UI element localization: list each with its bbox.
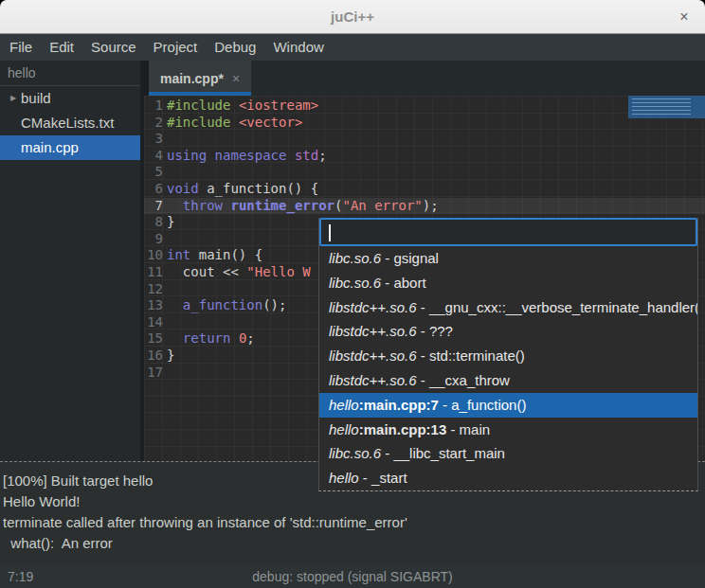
code-line-text: [163, 164, 167, 181]
tab-main-cpp[interactable]: main.cpp* ×: [149, 61, 251, 96]
code-line-text: [163, 365, 167, 382]
backtrace-item[interactable]: libc.so.6 - gsignal: [319, 246, 697, 271]
code-line: 1#include <iostream>: [144, 98, 705, 115]
code-line: 7 throw runtime_error("An error");: [144, 198, 705, 215]
backtrace-library: libstdc++.so.6: [329, 372, 417, 388]
project-header: hello: [0, 61, 140, 86]
sidebar-directory-tree: hello ▶buildCMakeLists.txtmain.cpp: [0, 61, 140, 461]
code-line-text: #include <iostream>: [163, 98, 318, 115]
gutter-line-number: 9: [144, 231, 163, 248]
gutter-line-number: 16: [144, 347, 163, 365]
gutter-line-number: 10: [144, 247, 163, 264]
tree-item-label: CMakeLists.txt: [21, 111, 114, 135]
code-line-text: [163, 314, 167, 331]
backtrace-separator: -: [417, 372, 429, 388]
gutter-line-number: 4: [144, 148, 163, 165]
code-token: ;: [246, 330, 254, 346]
code-line-text: int main() {: [163, 247, 262, 264]
backtrace-library: libc.so.6: [329, 250, 381, 266]
tab-close-icon[interactable]: ×: [232, 71, 240, 86]
code-token: namespace: [215, 148, 287, 163]
code-line-text: a_function();: [163, 297, 286, 314]
backtrace-separator: -: [439, 397, 451, 413]
debug-tooltip-text-lines: [632, 98, 691, 116]
menu-item-source[interactable]: Source: [82, 34, 145, 61]
backtrace-separator: -: [381, 445, 393, 461]
gutter-line-number: 5: [144, 164, 163, 181]
code-token: [167, 330, 183, 346]
backtrace-item[interactable]: hello:main.cpp:13 - main: [319, 418, 697, 442]
menubar: FileEditSourceProjectDebugWindow: [0, 34, 705, 61]
code-token: a_function() {: [199, 181, 318, 196]
code-line-text: void a_function() {: [163, 181, 318, 198]
code-token: }: [167, 214, 174, 229]
backtrace-symbol: __cxa_throw: [429, 372, 510, 388]
backtrace-separator: -: [381, 275, 393, 291]
code-line: 2#include <vector>: [144, 115, 705, 132]
code-token: return: [183, 330, 231, 346]
code-line-text: throw runtime_error("An error");: [163, 198, 439, 215]
backtrace-symbol: __gnu_cxx::__verbose_terminate_handler(): [429, 299, 697, 315]
code-token: [167, 198, 183, 213]
code-token: std: [295, 148, 318, 163]
backtrace-item[interactable]: hello:main.cpp:7 - a_function(): [319, 393, 697, 418]
titlebar[interactable]: juCi++ ×: [0, 0, 705, 34]
backtrace-item[interactable]: libc.so.6 - __libc_start_main: [319, 441, 697, 466]
tabbar: main.cpp* ×: [144, 61, 705, 96]
code-line-text: cout << "Hello W: [163, 264, 311, 281]
backtrace-library: libc.so.6: [329, 275, 381, 291]
tree-item-cmakelists-txt[interactable]: CMakeLists.txt: [0, 111, 140, 135]
code-token: ();: [262, 297, 286, 312]
gutter-line-number: 14: [144, 314, 163, 331]
menu-item-debug[interactable]: Debug: [206, 34, 264, 61]
backtrace-item[interactable]: libstdc++.so.6 - ???: [319, 319, 697, 344]
menu-item-file[interactable]: File: [1, 34, 41, 61]
code-token: throw: [183, 198, 223, 213]
code-token: [286, 148, 294, 163]
code-token: );: [423, 198, 439, 213]
backtrace-item[interactable]: libstdc++.so.6 - std::terminate(): [319, 344, 697, 368]
backtrace-separator: -: [446, 421, 459, 437]
menu-item-window[interactable]: Window: [264, 34, 332, 61]
code-token: [230, 115, 238, 130]
debug-tooltip: [628, 96, 705, 118]
code-token: #include: [167, 115, 230, 130]
code-line-text: [163, 281, 167, 298]
backtrace-library: hello: [329, 421, 359, 437]
tree-item-build[interactable]: ▶build: [0, 86, 140, 111]
code-token: int: [167, 247, 190, 262]
gutter-line-number: 15: [144, 330, 163, 347]
backtrace-item[interactable]: libstdc++.so.6 - __gnu_cxx::__verbose_te…: [319, 295, 697, 320]
backtrace-item[interactable]: hello - _start: [319, 466, 697, 490]
backtrace-item[interactable]: libstdc++.so.6 - __cxa_throw: [319, 368, 697, 393]
menu-item-project[interactable]: Project: [145, 34, 207, 61]
backtrace-list: libc.so.6 - gsignallibc.so.6 - abortlibs…: [319, 246, 697, 490]
code-token: [167, 297, 183, 312]
tree-item-main-cpp[interactable]: main.cpp: [0, 135, 140, 160]
backtrace-library: libc.so.6: [329, 445, 381, 461]
backtrace-location: :main.cpp:7: [359, 397, 439, 413]
gutter-line-number: 13: [144, 297, 163, 314]
backtrace-library: libstdc++.so.6: [329, 347, 417, 364]
code-token: a_function: [183, 297, 262, 312]
code-token: <vector>: [239, 115, 302, 130]
chevron-right-icon[interactable]: ▶: [7, 86, 20, 111]
backtrace-symbol: _start: [371, 470, 407, 486]
gutter-line-number: 11: [144, 264, 163, 281]
backtrace-popup: libc.so.6 - gsignallibc.so.6 - abortlibs…: [318, 218, 698, 491]
backtrace-filter-input[interactable]: [319, 218, 697, 246]
tree-item-label: main.cpp: [21, 135, 79, 160]
code-token: #include: [167, 98, 230, 113]
backtrace-item[interactable]: libc.so.6 - abort: [319, 271, 697, 295]
close-icon[interactable]: ×: [675, 8, 694, 27]
tab-label: main.cpp*: [160, 71, 224, 86]
code-token: ;: [318, 148, 326, 163]
code-token: main() {: [190, 247, 262, 262]
code-token: [230, 330, 238, 346]
backtrace-symbol: ???: [429, 323, 453, 339]
code-line: 4using namespace std;: [144, 148, 705, 165]
backtrace-symbol: main: [460, 421, 491, 437]
gutter-line-number: 6: [144, 181, 163, 198]
menu-item-edit[interactable]: Edit: [41, 34, 82, 61]
code-token: "An error": [342, 198, 422, 213]
